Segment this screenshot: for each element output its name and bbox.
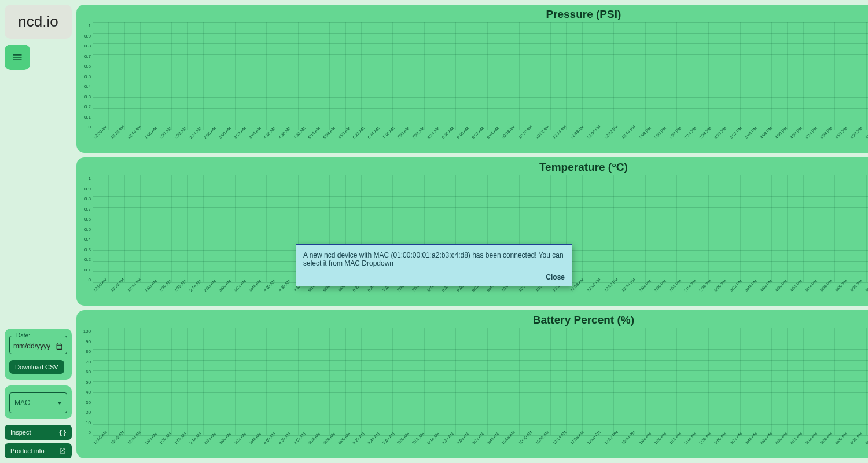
battery-chart: Battery Percent (%) 10090807060504030201…: [76, 310, 868, 458]
product-info-button[interactable]: Product info: [5, 443, 72, 458]
mac-dropdown[interactable]: MAC: [9, 392, 67, 413]
temperature-chart-title: Temperature (°C): [80, 160, 868, 175]
external-link-icon: [59, 447, 66, 454]
battery-x-axis: 12:00 AM12:22 AM12:44 AM1:08 AM1:30 AM1:…: [80, 435, 868, 456]
date-placeholder: mm/dd/yyyy: [13, 342, 50, 350]
battery-y-axis: 1009080706050403020105: [80, 328, 93, 435]
charts-column: Pressure (PSI) 10.90.80.70.60.50.40.30.2…: [76, 5, 868, 458]
logo: ncd.io: [5, 5, 72, 39]
product-info-label: Product info: [10, 447, 45, 454]
date-panel: Date: mm/dd/yyyy Download CSV: [5, 329, 72, 380]
battery-chart-title: Battery Percent (%): [80, 313, 868, 328]
download-csv-button[interactable]: Download CSV: [9, 360, 64, 374]
pressure-chart: Pressure (PSI) 10.90.80.70.60.50.40.30.2…: [76, 5, 868, 153]
toast-close-button[interactable]: Close: [303, 273, 565, 281]
calendar-icon: [56, 343, 63, 350]
date-label: Date:: [14, 332, 32, 339]
toast-message: A new ncd device with MAC (01:00:00:01:a…: [303, 251, 565, 267]
inspect-button[interactable]: Inspect { }: [5, 425, 72, 440]
menu-button[interactable]: [5, 45, 30, 70]
pressure-plot: [93, 22, 868, 130]
chevron-down-icon: [57, 402, 62, 405]
date-field[interactable]: Date: mm/dd/yyyy: [9, 336, 67, 354]
battery-plot: [93, 328, 868, 435]
mac-label: MAC: [14, 399, 30, 407]
pressure-chart-title: Pressure (PSI): [80, 7, 868, 22]
inspect-braces-icon: { }: [59, 429, 66, 436]
mac-panel: MAC: [5, 385, 72, 419]
hamburger-icon: [12, 52, 23, 63]
pressure-x-axis: 12:00 AM12:22 AM12:44 AM1:08 AM1:30 AM1:…: [80, 130, 868, 150]
sidebar: ncd.io Date: mm/dd/yyyy Download CSV MAC: [5, 5, 72, 458]
temperature-y-axis: 10.90.80.70.60.50.40.30.20.10: [80, 175, 93, 282]
pressure-y-axis: 10.90.80.70.60.50.40.30.20.10: [80, 22, 93, 130]
inspect-label: Inspect: [10, 429, 31, 436]
notification-toast: A new ncd device with MAC (01:00:00:01:a…: [296, 244, 572, 286]
